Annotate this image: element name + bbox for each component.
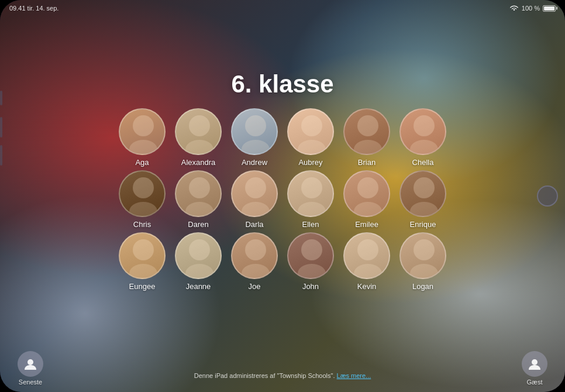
status-bar: 09.41 tir. 14. sep. 100 % (0, 0, 565, 16)
svg-point-37 (532, 359, 538, 365)
svg-point-16 (245, 177, 266, 198)
student-item-daren[interactable]: Daren (175, 170, 222, 229)
student-name-logan: Logan (412, 282, 433, 291)
footer-text: Denne iPad administreres af "Township Sc… (194, 372, 335, 379)
svg-point-26 (189, 239, 210, 260)
home-button[interactable] (537, 185, 558, 207)
battery-percentage: 100 % (522, 5, 540, 12)
avatar-joe (231, 232, 278, 279)
student-item-joe[interactable]: Joe (231, 232, 278, 291)
page-title: 6. klasse (0, 70, 565, 98)
svg-point-10 (414, 115, 435, 136)
avatar-andrew (231, 108, 278, 155)
svg-point-2 (189, 115, 210, 136)
svg-point-35 (410, 264, 438, 279)
avatar-brian (343, 108, 390, 155)
recent-label: Seneste (19, 379, 42, 386)
student-name-john: John (302, 282, 319, 291)
avatar-ellen (287, 170, 334, 217)
student-item-logan[interactable]: Logan (399, 232, 446, 291)
battery-fill (544, 6, 554, 11)
student-item-darla[interactable]: Darla (231, 170, 278, 229)
svg-point-27 (185, 264, 213, 279)
status-right: 100 % (509, 5, 556, 12)
student-name-brian: Brian (358, 158, 375, 167)
student-name-jeanne: Jeanne (186, 282, 211, 291)
student-item-kevin[interactable]: Kevin (343, 232, 390, 291)
student-item-eungee[interactable]: Eungee (119, 232, 166, 291)
student-item-brian[interactable]: Brian (343, 108, 390, 167)
guest-button[interactable]: Gæst (522, 351, 547, 386)
student-item-emilee[interactable]: Emilee (343, 170, 390, 229)
svg-point-33 (354, 264, 382, 279)
student-item-aubrey[interactable]: Aubrey (287, 108, 334, 167)
svg-point-4 (245, 115, 266, 136)
avatar-daren (175, 170, 222, 217)
student-item-john[interactable]: John (287, 232, 334, 291)
student-name-darla: Darla (245, 220, 263, 229)
avatar-aga (119, 108, 166, 155)
svg-point-29 (242, 264, 270, 279)
svg-point-1 (129, 140, 157, 155)
student-name-chris: Chris (133, 220, 151, 229)
student-grid: AgaAlexandraAndrewAubreyBrianChellaChris… (0, 108, 565, 291)
avatar-chris (119, 170, 166, 217)
student-item-jeanne[interactable]: Jeanne (175, 232, 222, 291)
svg-point-0 (133, 115, 154, 136)
student-item-aga[interactable]: Aga (119, 108, 166, 167)
svg-point-13 (129, 202, 157, 217)
avatar-alexandra (175, 108, 222, 155)
avatar-emilee (343, 170, 390, 217)
student-row-3: EungeeJeanneJoeJohnKevinLogan (119, 232, 446, 291)
svg-point-23 (410, 202, 438, 217)
svg-point-32 (357, 239, 378, 260)
student-name-aga: Aga (135, 158, 149, 167)
svg-point-5 (242, 140, 270, 155)
avatar-jeanne (175, 232, 222, 279)
svg-point-12 (133, 177, 154, 198)
recent-button[interactable]: Seneste (18, 351, 43, 386)
student-item-andrew[interactable]: Andrew (231, 108, 278, 167)
student-item-alexandra[interactable]: Alexandra (175, 108, 222, 167)
svg-point-30 (301, 239, 322, 260)
battery-icon (543, 5, 556, 12)
footer-info: Denne iPad administreres af "Township Sc… (194, 372, 371, 379)
svg-point-7 (298, 140, 326, 155)
svg-point-22 (414, 177, 435, 198)
avatar-chella (399, 108, 446, 155)
status-time: 09.41 tir. 14. sep. (9, 5, 58, 12)
avatar-eungee (119, 232, 166, 279)
student-name-eungee: Eungee (129, 282, 156, 291)
student-name-chella: Chella (412, 158, 434, 167)
svg-point-18 (301, 177, 322, 198)
student-name-daren: Daren (188, 220, 208, 229)
wifi-icon (509, 5, 519, 12)
svg-point-8 (357, 115, 378, 136)
student-name-aubrey: Aubrey (298, 158, 322, 167)
ipad-frame: 09.41 tir. 14. sep. 100 % 6. klasse AgaA… (0, 0, 565, 392)
svg-point-3 (185, 140, 213, 155)
svg-point-21 (354, 202, 382, 217)
student-name-enrique: Enrique (410, 220, 436, 229)
svg-point-20 (357, 177, 378, 198)
svg-point-17 (242, 202, 270, 217)
student-item-chella[interactable]: Chella (399, 108, 446, 167)
avatar-enrique (399, 170, 446, 217)
student-item-ellen[interactable]: Ellen (287, 170, 334, 229)
student-item-chris[interactable]: Chris (119, 170, 166, 229)
guest-icon (522, 351, 547, 377)
student-name-alexandra: Alexandra (181, 158, 216, 167)
svg-point-14 (189, 177, 210, 198)
guest-label: Gæst (527, 379, 543, 386)
svg-point-25 (129, 264, 157, 279)
footer-link[interactable]: Læs mere... (337, 372, 371, 379)
student-item-enrique[interactable]: Enrique (399, 170, 446, 229)
student-name-andrew: Andrew (242, 158, 267, 167)
avatar-logan (399, 232, 446, 279)
svg-point-15 (185, 202, 213, 217)
svg-point-6 (301, 115, 322, 136)
avatar-aubrey (287, 108, 334, 155)
student-name-ellen: Ellen (302, 220, 319, 229)
avatar-john (287, 232, 334, 279)
svg-point-11 (410, 140, 438, 155)
